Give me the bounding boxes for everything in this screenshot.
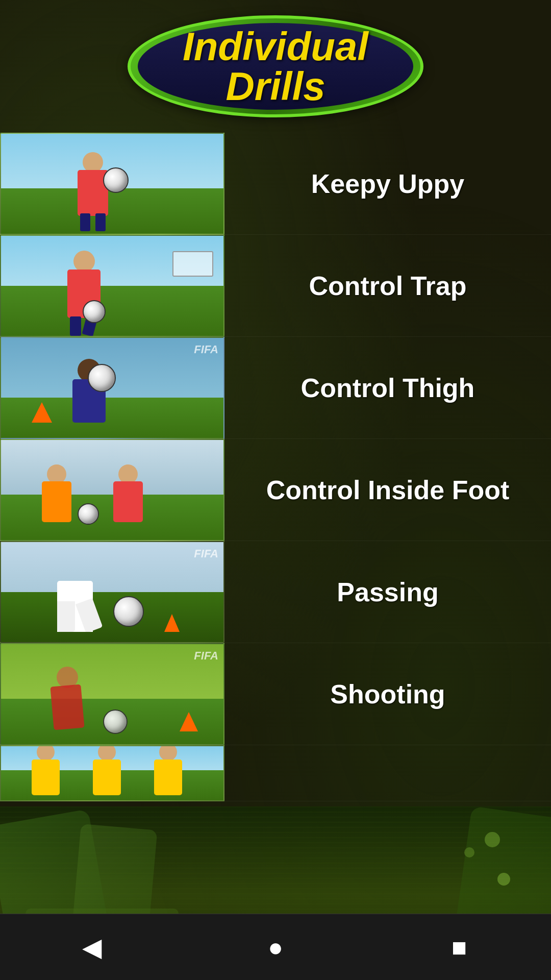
drill-thumb-shooting: FIFA — [0, 643, 224, 745]
title-line1: Individual — [183, 24, 368, 69]
drill-thumb-extra — [0, 745, 224, 801]
drill-label-passing: Passing — [224, 567, 551, 618]
drill-item-keepy-uppy[interactable]: Keepy Uppy — [0, 133, 551, 235]
logo-oval: Individual Drills — [128, 15, 423, 117]
drill-label-text-control-inside-foot: Control Inside Foot — [266, 475, 510, 505]
drill-label-text-passing: Passing — [337, 577, 438, 607]
header: Individual Drills — [0, 0, 551, 128]
drill-label-keepy-uppy: Keepy Uppy — [224, 158, 551, 209]
drill-label-text-keepy-uppy: Keepy Uppy — [311, 168, 465, 199]
drill-label-control-inside-foot: Control Inside Foot — [224, 464, 551, 516]
drill-item-control-thigh[interactable]: FIFA Control Thigh — [0, 337, 551, 439]
drill-label-extra — [224, 763, 551, 783]
drill-item-passing[interactable]: FIFA — [0, 541, 551, 643]
drill-item-extra[interactable] — [0, 745, 551, 801]
drill-item-control-trap[interactable]: Control Trap — [0, 235, 551, 337]
fifa-badge-passing: FIFA — [194, 547, 218, 560]
drill-label-control-thigh: Control Thigh — [224, 362, 551, 413]
drill-thumb-keepy-uppy — [0, 133, 224, 235]
back-icon: ◀ — [82, 933, 102, 962]
drill-item-control-inside-foot[interactable]: Control Inside Foot — [0, 439, 551, 541]
drill-label-text-control-thigh: Control Thigh — [301, 373, 475, 403]
nav-back-button[interactable]: ◀ — [61, 927, 122, 968]
logo-inner: Individual Drills — [138, 23, 413, 110]
drill-label-text-control-trap: Control Trap — [309, 271, 466, 301]
drill-item-shooting[interactable]: FIFA Shooting — [0, 643, 551, 745]
drill-label-text-shooting: Shooting — [330, 679, 445, 709]
drill-thumb-passing: FIFA — [0, 541, 224, 643]
nav-bar: ◀ ● ■ — [0, 914, 551, 980]
fifa-badge-shooting: FIFA — [194, 649, 218, 663]
drill-thumb-control-thigh: FIFA — [0, 337, 224, 439]
recent-icon: ■ — [452, 933, 467, 962]
nav-home-button[interactable]: ● — [245, 927, 306, 968]
title-line2: Drills — [226, 64, 325, 109]
drill-label-shooting: Shooting — [224, 669, 551, 720]
nav-recent-button[interactable]: ■ — [429, 927, 490, 968]
drill-thumb-control-inside — [0, 439, 224, 541]
fifa-badge-control-thigh: FIFA — [194, 343, 218, 356]
app-title: Individual Drills — [183, 27, 368, 106]
home-icon: ● — [268, 933, 283, 962]
drill-label-control-trap: Control Trap — [224, 260, 551, 311]
drill-thumb-control-trap — [0, 235, 224, 337]
drill-list: Keepy Uppy — [0, 128, 551, 806]
